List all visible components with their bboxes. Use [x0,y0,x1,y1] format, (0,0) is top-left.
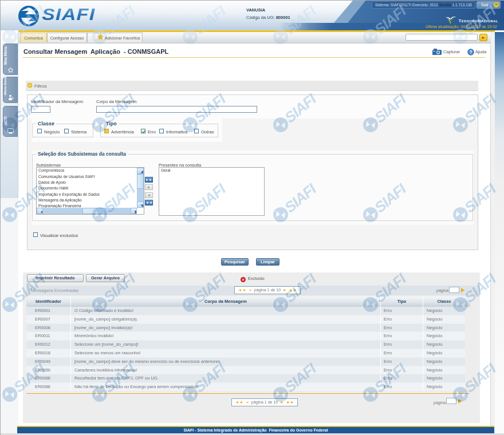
svg-text:?: ? [469,49,472,55]
